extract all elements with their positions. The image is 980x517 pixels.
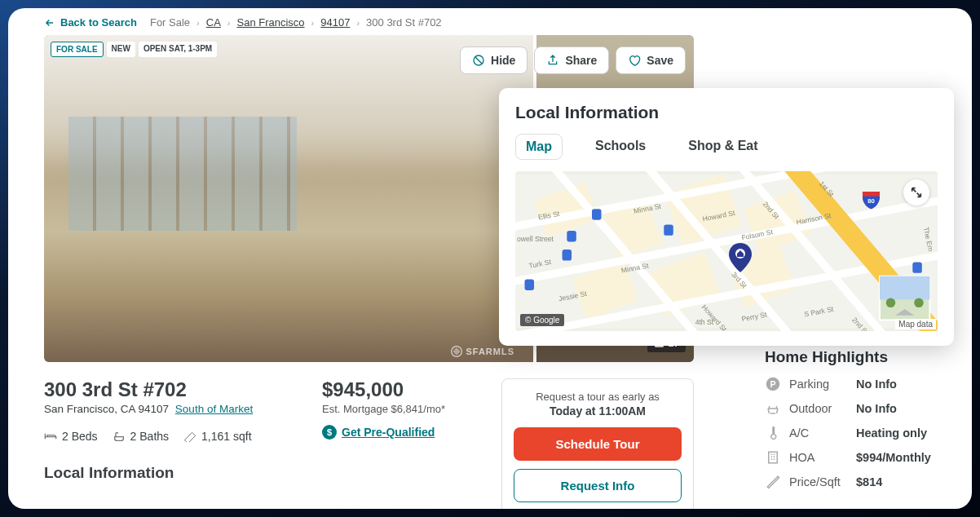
fact-sqft: 1,161 sqft	[183, 430, 252, 443]
svg-text:4th St: 4th St	[695, 318, 714, 326]
highlight-hoa: HOA $994/Monthly	[765, 449, 951, 466]
sqft-text: 1,161 sqft	[201, 430, 252, 443]
share-label: Share	[565, 54, 597, 67]
svg-rect-43	[664, 224, 673, 235]
ruler-icon	[183, 431, 196, 442]
home-highlights-panel: Home Highlights P Parking No Info Outdoo…	[765, 348, 951, 498]
tab-shop-eat[interactable]: Shop & Eat	[678, 134, 767, 160]
local-info-tabs: Map Schools Shop & Eat	[515, 134, 938, 160]
outdoor-label: Outdoor	[789, 402, 848, 415]
hoa-value: $994/Monthly	[856, 451, 931, 464]
chevron-right-icon: ›	[227, 18, 231, 28]
svg-rect-53	[769, 452, 778, 463]
local-info-heading: Local Information	[44, 464, 289, 482]
hero-badges: FOR SALE NEW OPEN SAT, 1-3PM	[51, 42, 217, 57]
pre-qualified-link[interactable]: $ Get Pre-Qualified	[322, 425, 435, 440]
save-button[interactable]: Save	[616, 46, 686, 74]
neighborhood-link[interactable]: South of Market	[175, 403, 253, 415]
hero-actions: Hide Share Save	[460, 46, 686, 74]
google-attribution: © Google	[520, 314, 564, 326]
price-value: $945,000	[322, 378, 469, 401]
hide-button[interactable]: Hide	[460, 46, 528, 74]
badge-new: NEW	[107, 42, 135, 57]
building-icon	[765, 449, 781, 466]
facts-row: 2 Beds 2 Baths 1,161 sqft	[44, 430, 289, 443]
svg-rect-47	[880, 276, 929, 300]
parking-label: Parking	[789, 378, 848, 391]
back-to-search-link[interactable]: Back to Search	[44, 16, 137, 29]
ppsf-value: $814	[856, 475, 882, 488]
local-info-title: Local Information	[515, 103, 938, 122]
svg-text:owell Street: owell Street	[517, 235, 554, 243]
est-mortgage-text: Est. Mortgage $6,841/mo*	[322, 403, 469, 415]
map-container[interactable]: Ellis St owell Street Turk St Jessie St …	[515, 171, 938, 331]
hero-main-photo	[44, 35, 533, 362]
map-data-attribution: Map data	[895, 319, 936, 329]
beds-text: 2 Beds	[62, 430, 98, 443]
price-column: $945,000 Est. Mortgage $6,841/mo* $ Get …	[322, 378, 469, 509]
highlight-price-sqft: Price/Sqft $814	[765, 474, 951, 490]
ppsf-label: Price/Sqft	[789, 475, 848, 488]
schedule-tour-button[interactable]: Schedule Tour	[514, 427, 682, 461]
highlight-outdoor: Outdoor No Info	[765, 400, 951, 417]
svg-text:80: 80	[867, 197, 875, 205]
prequal-text: Get Pre-Qualified	[342, 426, 435, 439]
ac-value: Heating only	[856, 426, 927, 440]
outdoor-value: No Info	[856, 402, 897, 415]
highlights-title: Home Highlights	[765, 348, 951, 366]
chevron-right-icon: ›	[356, 18, 360, 28]
badge-for-sale: FOR SALE	[51, 42, 104, 57]
thermometer-icon	[765, 425, 781, 441]
address-column: 300 3rd St #702 San Francisco, CA 94107 …	[44, 378, 289, 509]
map-pin-icon	[729, 243, 752, 272]
heart-icon	[628, 54, 641, 67]
listing-summary: 300 3rd St #702 San Francisco, CA 94107 …	[44, 378, 694, 509]
parking-icon: P	[765, 376, 781, 392]
bc-city[interactable]: San Francisco	[236, 16, 304, 29]
share-button[interactable]: Share	[534, 46, 609, 74]
tour-card: Request a tour as early as Today at 11:0…	[501, 378, 694, 509]
request-info-button[interactable]: Request Info	[514, 469, 682, 502]
bath-icon	[113, 431, 126, 442]
arrow-left-icon	[44, 17, 55, 29]
save-label: Save	[647, 54, 673, 67]
hoa-label: HOA	[789, 451, 848, 464]
bc-zip[interactable]: 94107	[320, 16, 350, 29]
bc-address: 300 3rd St #702	[366, 16, 442, 29]
ac-label: A/C	[789, 426, 848, 440]
breadcrumb: For Sale › CA › San Francisco › 94107 › …	[150, 16, 442, 29]
fact-baths: 2 Baths	[113, 430, 169, 443]
map-illustration: Ellis St owell Street Turk St Jessie St …	[515, 171, 938, 331]
city-state-zip: San Francisco, CA 94107	[44, 403, 169, 415]
back-label: Back to Search	[60, 16, 137, 29]
baths-text: 2 Baths	[130, 430, 169, 443]
svg-rect-44	[912, 262, 922, 272]
badge-open-house: OPEN SAT, 1-3PM	[139, 42, 217, 57]
highlight-ac: A/C Heating only	[765, 425, 951, 441]
outdoor-icon	[765, 400, 781, 417]
hide-label: Hide	[491, 54, 515, 67]
ruler2-icon	[765, 474, 781, 490]
dollar-badge-icon: $	[322, 425, 337, 440]
highlight-parking: P Parking No Info	[765, 376, 951, 392]
svg-rect-41	[525, 280, 535, 290]
svg-rect-42	[563, 250, 572, 260]
chevron-right-icon: ›	[311, 18, 315, 28]
bed-icon	[44, 431, 57, 442]
bc-status: For Sale	[150, 16, 190, 29]
expand-icon	[910, 186, 923, 199]
svg-point-49	[914, 298, 924, 308]
tab-schools[interactable]: Schools	[585, 134, 656, 160]
svg-rect-40	[592, 209, 602, 219]
mls-text: SFARMLS	[466, 347, 514, 356]
tour-time: Today at 11:00AM	[514, 404, 682, 418]
map-expand-button[interactable]	[903, 179, 929, 205]
tab-map[interactable]: Map	[515, 134, 563, 160]
bc-state[interactable]: CA	[206, 16, 221, 29]
svg-point-48	[886, 298, 896, 308]
fact-beds: 2 Beds	[44, 430, 98, 443]
address-heading: 300 3rd St #702	[44, 378, 289, 401]
svg-rect-39	[567, 231, 576, 241]
local-info-card: Local Information Map Schools Shop & Eat	[499, 88, 954, 346]
mls-attribution: SFARMLS	[451, 346, 514, 357]
